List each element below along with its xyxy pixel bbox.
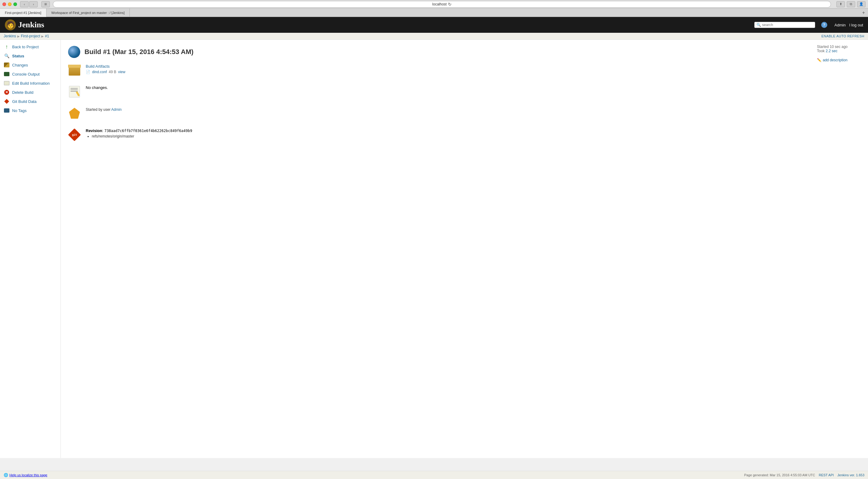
status-icon: 🔍: [4, 53, 10, 59]
search-input[interactable]: [762, 23, 813, 27]
delete-build-link[interactable]: Delete Build: [12, 90, 33, 95]
artifacts-content: Build Artifacts 📄 dind.conf 49 B view: [86, 64, 806, 76]
console-output-link[interactable]: Console Output: [12, 72, 39, 76]
revision-ref: refs/remotes/origin/master: [92, 134, 806, 138]
artifact-size: 49 B: [109, 70, 116, 74]
breadcrumb: Jenkins ▶ First-project ▶ #1 ENABLE AUTO…: [0, 33, 868, 40]
sidebar-item-console-output[interactable]: Console Output: [0, 70, 60, 79]
sidebar: ↑ Back to Project 🔍 Status Changes Conso…: [0, 40, 61, 458]
edit-build-information-link[interactable]: Edit Build Information: [12, 81, 50, 85]
sidebar-item-changes[interactable]: Changes: [0, 60, 60, 70]
breadcrumb-build-number[interactable]: #1: [45, 34, 49, 38]
sidebar-toggle-button[interactable]: ⊞: [41, 1, 50, 7]
forward-button[interactable]: ›: [29, 1, 38, 7]
sidebar-item-delete-build[interactable]: ✕ Delete Build: [0, 88, 60, 97]
share-button[interactable]: ⬆: [836, 1, 845, 7]
jenkins-header: 🧑 Jenkins 🔍 ? Admin l log out: [0, 17, 868, 33]
sidebar-item-no-tags[interactable]: No Tags: [0, 106, 60, 115]
sidebar-item-back-to-project[interactable]: ↑ Back to Project: [0, 42, 60, 51]
close-button[interactable]: [2, 2, 6, 6]
header-user: Admin: [835, 23, 846, 27]
build-artifacts-link[interactable]: Build Artifacts: [86, 64, 110, 69]
url-bar[interactable]: localhost ↻: [53, 1, 831, 8]
logout-button[interactable]: l log out: [849, 23, 863, 27]
jenkins-avatar: 🧑: [5, 20, 16, 30]
reload-button[interactable]: ↻: [448, 2, 452, 7]
new-tab-button[interactable]: +: [859, 8, 868, 17]
breadcrumb-first-project[interactable]: First-project: [21, 34, 40, 38]
jenkins-title: Jenkins: [18, 20, 44, 29]
revision-hash: 738aad7c6ffb7f0361e6f4b62262bc849f6a49b9: [104, 129, 192, 133]
edit-icon: [4, 80, 10, 86]
search-icon: 🔍: [756, 23, 761, 27]
started-by-user-link[interactable]: Admin: [111, 107, 122, 112]
pencil-icon: ✏️: [817, 58, 822, 62]
window-action-buttons: ⬆ ⧉ 👤: [836, 1, 866, 7]
artifact-view-link[interactable]: view: [118, 70, 125, 74]
url-text: localhost: [432, 2, 446, 6]
delete-icon: ✕: [4, 89, 10, 95]
tab-bar: First-project #1 [Jenkins] Workspace of …: [0, 8, 868, 17]
started-by-section: Started by user Admin: [68, 107, 806, 124]
status-link[interactable]: Status: [12, 54, 24, 58]
git-icon: [4, 98, 10, 104]
add-description-link[interactable]: ✏️ add description: [817, 58, 864, 62]
maximize-button[interactable]: [13, 2, 17, 6]
search-box[interactable]: 🔍: [754, 22, 815, 28]
right-panel: Started 10 sec ago Took 2.2 sec ✏️ add d…: [813, 40, 868, 458]
mac-window-buttons: [2, 2, 17, 6]
artifacts-section: Build Artifacts 📄 dind.conf 49 B view: [68, 64, 806, 80]
took-text: Took 2.2 sec: [817, 49, 864, 53]
back-button[interactable]: ‹: [20, 1, 29, 7]
revision-content: Revision: 738aad7c6ffb7f0361e6f4b62262bc…: [86, 128, 806, 141]
no-changes-text: No changes.: [86, 85, 108, 90]
mac-titlebar: ‹ › ⊞ localhost ↻ ⬆ ⧉ 👤: [0, 0, 868, 8]
tab-workspace[interactable]: Workspace of First_project on master : /…: [46, 8, 130, 17]
started-ago-text: Started 10 sec ago: [817, 45, 864, 49]
content-area: Build #1 (Mar 15, 2016 4:54:53 AM) Build…: [61, 40, 813, 458]
changes-icon: [4, 62, 10, 68]
jenkins-logo[interactable]: 🧑 Jenkins: [5, 20, 44, 30]
console-icon: [4, 71, 10, 77]
build-title: Build #1 (Mar 15, 2016 4:54:53 AM): [85, 48, 194, 56]
started-by-text: Started by user Admin: [86, 107, 122, 112]
changes-section: No changes.: [68, 85, 806, 102]
profile-button[interactable]: 👤: [857, 1, 866, 7]
revision-section: git Revision: 738aad7c6ffb7f0361e6f4b622…: [68, 128, 806, 145]
git-logo-icon: git: [68, 128, 81, 141]
nav-buttons: ‹ ›: [20, 1, 38, 7]
sidebar-item-status[interactable]: 🔍 Status: [0, 51, 60, 60]
minimize-button[interactable]: [8, 2, 11, 6]
sidebar-item-edit-build-information[interactable]: Edit Build Information: [0, 79, 60, 88]
build-status-ball: [68, 46, 80, 58]
tab-view-button[interactable]: ⧉: [847, 1, 855, 7]
changes-link[interactable]: Changes: [12, 63, 28, 67]
started-by-content: Started by user Admin: [86, 107, 806, 119]
main-layout: ↑ Back to Project 🔍 Status Changes Conso…: [0, 40, 868, 458]
back-to-project-link[interactable]: Back to Project: [12, 45, 39, 49]
breadcrumb-sep-2: ▶: [41, 35, 44, 38]
build-title-row: Build #1 (Mar 15, 2016 4:54:53 AM): [68, 46, 806, 58]
artifacts-icon: [68, 64, 81, 76]
file-icon: 📄: [86, 70, 90, 74]
breadcrumb-sep-1: ▶: [17, 35, 20, 38]
tab-first-project[interactable]: First-project #1 [Jenkins]: [0, 8, 46, 17]
changes-content: No changes.: [86, 85, 806, 97]
build-timing: Started 10 sec ago Took 2.2 sec: [817, 45, 864, 53]
notepad-icon: [68, 85, 81, 97]
git-build-data-link[interactable]: Git Build Data: [12, 99, 36, 104]
artifact-file-link[interactable]: dind.conf: [92, 70, 107, 74]
revision-label: Revision: [86, 128, 102, 133]
no-tags-link[interactable]: No Tags: [12, 108, 26, 113]
user-icon: [68, 107, 81, 119]
arrow-up-icon: ↑: [4, 44, 10, 50]
took-link[interactable]: 2.2 sec: [826, 49, 838, 53]
sidebar-item-git-build-data[interactable]: Git Build Data: [0, 97, 60, 106]
breadcrumb-jenkins[interactable]: Jenkins: [4, 34, 16, 38]
auto-refresh-button[interactable]: ENABLE AUTO REFRESH: [822, 34, 864, 38]
notag-icon: [4, 107, 10, 113]
help-button[interactable]: ?: [821, 22, 827, 28]
artifact-item: 📄 dind.conf 49 B view: [86, 70, 806, 74]
